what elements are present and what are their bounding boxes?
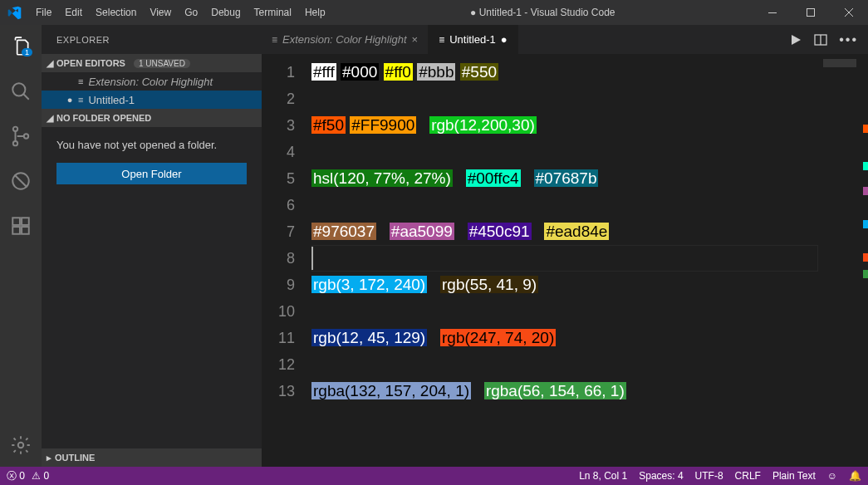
menu-view[interactable]: View [143,0,178,25]
color-token: #ead84e [544,223,609,240]
svg-point-4 [13,141,17,145]
menu-file[interactable]: File [29,0,58,25]
open-editor-item[interactable]: ●≡Untitled-1 [42,91,262,109]
color-token: #ff0 [384,63,413,81]
notifications-icon[interactable]: 🔔 [849,470,861,482]
search-icon[interactable] [0,75,42,108]
cursor-position[interactable]: Ln 8, Col 1 [579,470,627,482]
color-token: #00ffc4 [466,169,521,187]
line-number[interactable]: 5 [262,165,295,192]
svg-rect-8 [12,227,20,234]
status-bar: ⓧ 0 ⚠ 0 Ln 8, Col 1 Spaces: 4 UTF-8 CRLF… [0,467,868,485]
code-line[interactable]: #976037 #aa5099 #450c91 #ead84e [311,218,818,245]
editor-tab[interactable]: ≡Extension: Color Highlight× [262,25,429,54]
color-token: #FF9900 [350,116,416,134]
line-number[interactable]: 2 [262,86,295,112]
warnings-indicator[interactable]: ⚠ 0 [32,470,49,482]
encoding[interactable]: UTF-8 [695,470,723,482]
debug-icon[interactable] [0,164,42,198]
overview-mark [863,125,868,133]
outline-section[interactable]: ▸ OUTLINE [42,448,262,467]
overview-mark [863,187,868,195]
overview-ruler[interactable] [863,54,868,467]
titlebar: FileEditSelectionViewGoDebugTerminalHelp… [0,0,868,25]
line-number[interactable]: 13 [262,378,295,404]
open-folder-button[interactable]: Open Folder [56,163,247,184]
open-editor-item[interactable]: ≡Extension: Color Highlight [42,72,262,91]
split-editor-icon[interactable] [814,33,827,47]
activity-bar: 1 [0,25,42,467]
color-token: #976037 [311,223,376,240]
errors-indicator[interactable]: ⓧ 0 [7,469,25,483]
file-icon: ≡ [272,34,277,46]
window-title: ● Untitled-1 - Visual Studio Code [332,7,753,18]
line-number[interactable]: 4 [262,139,295,165]
svg-point-2 [12,83,25,96]
settings-icon[interactable] [0,429,42,462]
code-line[interactable]: rgba(132, 157, 204, 1) rgba(56, 154, 66,… [311,378,818,404]
line-number[interactable]: 10 [262,298,295,325]
code-editor[interactable]: 12345678910111213 #fff #000 #ff0 #bbb #5… [262,54,868,467]
outline-label: OUTLINE [55,453,95,463]
more-icon[interactable]: ••• [839,32,858,47]
line-number[interactable]: 12 [262,351,295,378]
code-line[interactable] [311,192,818,218]
editor-tab[interactable]: ≡Untitled-1● [429,25,518,54]
code-line[interactable]: rgb(12, 45, 129) rgb(247, 74, 20) [311,325,818,351]
menu-selection[interactable]: Selection [89,0,143,25]
run-icon[interactable] [789,33,802,47]
code-line[interactable] [311,139,818,165]
line-number[interactable]: 8 [262,245,295,272]
color-token: #550 [460,63,498,81]
extensions-icon[interactable] [0,209,42,242]
color-token: rgb(247, 74, 20) [440,329,556,346]
menu-help[interactable]: Help [298,0,332,25]
feedback-icon[interactable]: ☺ [827,470,837,482]
minimap[interactable] [818,54,868,467]
color-token: rgb(3, 172, 240) [311,276,427,293]
menu-debug[interactable]: Debug [204,0,247,25]
line-number[interactable]: 6 [262,192,295,218]
code-line[interactable] [311,351,818,378]
file-icon: ≡ [78,95,83,105]
line-number[interactable]: 1 [262,59,295,86]
overview-mark [863,220,868,228]
chevron-down-icon: ◢ [47,58,53,69]
code-line[interactable]: #f50 #FF9900 rgb(12,200,30) [311,112,818,139]
language-mode[interactable]: Plain Text [772,470,816,482]
line-number[interactable]: 11 [262,325,295,351]
code-line[interactable] [311,245,818,272]
menu-edit[interactable]: Edit [58,0,89,25]
color-token: #f50 [311,116,346,134]
line-number[interactable]: 3 [262,112,295,139]
editor-lines[interactable]: #fff #000 #ff0 #bbb #550 #f50 #FF9900 rg… [311,54,818,467]
modified-dot-icon[interactable]: ● [501,33,508,46]
scm-icon[interactable] [0,120,42,153]
no-folder-section[interactable]: ◢ NO FOLDER OPENED [42,109,262,127]
code-line[interactable]: rgb(3, 172, 240) rgb(55, 41, 9) [311,272,818,298]
line-number[interactable]: 9 [262,272,295,298]
eol[interactable]: CRLF [735,470,761,482]
indent-setting[interactable]: Spaces: 4 [639,470,683,482]
menu-go[interactable]: Go [178,0,204,25]
menu-bar: FileEditSelectionViewGoDebugTerminalHelp [29,0,332,25]
minimize-button[interactable] [753,0,792,25]
code-line[interactable] [311,298,818,325]
maximize-button[interactable] [792,0,830,25]
overview-mark [863,253,868,262]
open-editors-section[interactable]: ◢ OPEN EDITORS 1 UNSAVED [42,54,262,72]
svg-rect-10 [22,218,29,225]
line-number[interactable]: 7 [262,218,295,245]
svg-rect-7 [12,218,20,225]
color-token: hsl(120, 77%, 27%) [311,169,453,187]
menu-terminal[interactable]: Terminal [248,0,298,25]
close-icon[interactable]: × [412,33,419,46]
close-button[interactable] [830,0,868,25]
color-token: rgba(132, 157, 204, 1) [311,382,471,399]
tab-label: Untitled-1 [449,33,496,46]
code-line[interactable]: #fff #000 #ff0 #bbb #550 [311,59,818,86]
tab-label: Extension: Color Highlight [282,33,407,46]
code-line[interactable] [311,86,818,112]
explorer-icon[interactable]: 1 [0,30,42,63]
code-line[interactable]: hsl(120, 77%, 27%) #00ffc4 #07687b [311,165,818,192]
